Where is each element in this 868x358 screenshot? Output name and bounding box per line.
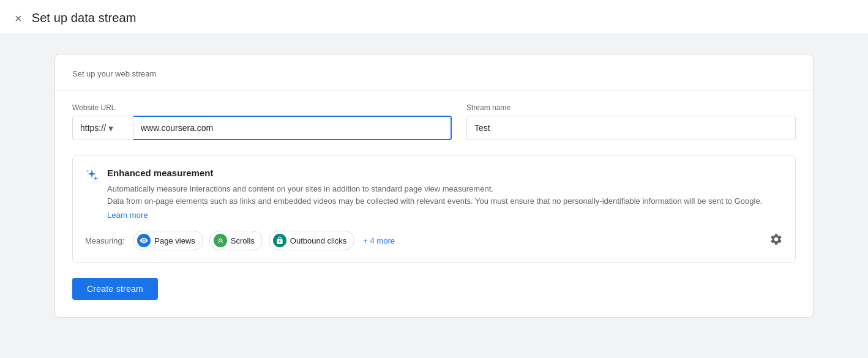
chip-scrolls: Scrolls [209,231,263,250]
learn-more-link[interactable]: Learn more [107,211,783,220]
chip-outbound-clicks: Outbound clicks [269,231,355,250]
sparkle-icon [85,168,99,185]
url-input[interactable] [133,116,452,140]
page-title: Set up data stream [32,11,137,25]
chevron-down-icon: ▾ [108,122,113,134]
stream-name-group: Stream name [466,103,796,140]
toggle-check-icon: ✓ [774,169,779,177]
header: × Set up data stream [0,0,868,34]
gear-icon[interactable] [769,233,783,249]
chip-page-views-label: Page views [154,236,195,245]
stream-name-label: Stream name [466,103,796,112]
enhanced-desc: Automatically measure interactions and c… [107,183,783,207]
enhanced-header: Enhanced measurement Automatically measu… [85,168,783,220]
stream-name-input[interactable] [466,116,796,140]
main-card: Set up your web stream Website URL https… [54,54,814,318]
url-input-row: https:// ▾ [72,116,452,140]
chip-page-views: Page views [133,231,203,250]
chip-scrolls-label: Scrolls [231,236,255,245]
chip-outbound-clicks-label: Outbound clicks [290,236,347,245]
more-link[interactable]: + 4 more [363,236,395,245]
lock-icon [273,234,286,247]
enhanced-section: Enhanced measurement Automatically measu… [72,155,796,263]
divider [55,91,813,91]
protocol-value: https:// [80,123,106,133]
card-subtitle: Set up your web stream [72,69,796,78]
close-icon[interactable]: × [15,12,22,24]
content-area: Set up your web stream Website URL https… [0,34,868,358]
protocol-select[interactable]: https:// ▾ [72,116,133,140]
measuring-label: Measuring: [85,236,124,245]
eye-icon [137,234,151,247]
enhanced-title: Enhanced measurement [107,168,783,178]
website-url-label: Website URL [72,103,452,112]
scroll-icon [214,234,227,247]
enhanced-content: Enhanced measurement Automatically measu… [107,168,783,220]
url-form-group: Website URL https:// ▾ [72,103,452,140]
footer-row: Create stream [72,278,796,300]
create-stream-button[interactable]: Create stream [72,278,158,300]
form-row: Website URL https:// ▾ Stream name [72,103,796,140]
measuring-row: Measuring: Page views Scr [85,231,783,250]
